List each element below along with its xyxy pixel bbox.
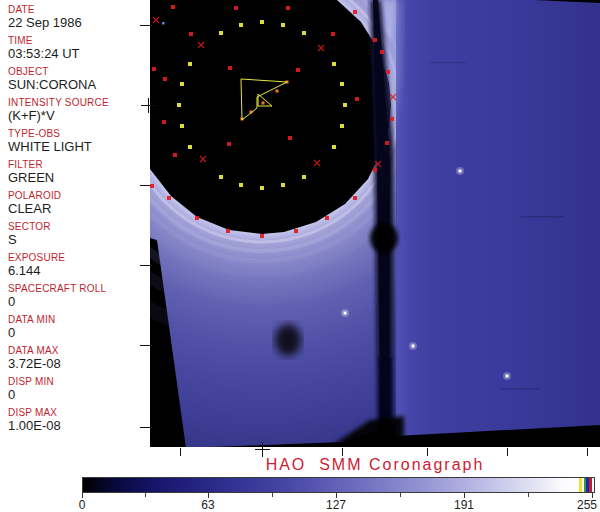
red-fiducial-dot bbox=[288, 136, 292, 140]
yellow-fiducial-dot bbox=[180, 82, 184, 86]
yellow-fiducial-dot bbox=[239, 183, 243, 187]
colorbar-axis: 063127191255 bbox=[82, 493, 595, 512]
metadata-item: TIME03:53:24 UT bbox=[8, 35, 150, 61]
red-fiducial-dot bbox=[390, 117, 394, 121]
red-fiducial-dot bbox=[331, 32, 335, 36]
pylon-occulter-blob bbox=[370, 223, 398, 253]
metadata-label: POLAROID bbox=[8, 190, 150, 201]
yellow-fiducial-dot bbox=[302, 31, 306, 35]
colorbar-tick-label: 191 bbox=[454, 498, 474, 512]
blue-speck bbox=[162, 22, 165, 25]
red-fiducial-dot bbox=[353, 10, 357, 14]
orange-vertex-dot bbox=[262, 102, 265, 105]
colorbar-tick-label: 0 bbox=[79, 498, 86, 512]
orange-vertex-dot bbox=[276, 90, 279, 93]
metadata-value: 6.144 bbox=[8, 263, 150, 278]
star-speck bbox=[412, 345, 415, 348]
metadata-label: SPACECRAFT ROLL bbox=[8, 283, 150, 294]
intensity-colorbar bbox=[82, 477, 595, 493]
yellow-fiducial-dot bbox=[281, 183, 285, 187]
yellow-fiducial-dot bbox=[180, 124, 184, 128]
calibration-stripe bbox=[579, 478, 582, 492]
yellow-fiducial-dot bbox=[343, 103, 347, 107]
red-fiducial-dot bbox=[163, 77, 167, 81]
sun-center-cross bbox=[148, 98, 149, 113]
metadata-label: DATA MAX bbox=[8, 345, 150, 356]
red-fiducial-dot bbox=[226, 229, 230, 233]
metadata-value: (K+F)*V bbox=[8, 108, 150, 123]
metadata-item: TYPE-OBSWHITE LIGHT bbox=[8, 128, 150, 154]
red-fiducial-dot bbox=[152, 67, 156, 71]
red-fiducial-dot bbox=[380, 50, 384, 54]
red-fiducial-dot bbox=[294, 229, 298, 233]
axis-tick-bottom bbox=[427, 448, 428, 456]
axis-tick-bottom bbox=[342, 448, 343, 456]
red-fiducial-dot bbox=[227, 142, 231, 146]
red-fiducial-dot bbox=[189, 32, 193, 36]
colorbar-tick-minor bbox=[400, 493, 401, 497]
metadata-value: 22 Sep 1986 bbox=[8, 15, 150, 30]
red-fiducial-dot bbox=[325, 216, 329, 220]
metadata-item: DATE22 Sep 1986 bbox=[8, 4, 150, 30]
axis-tick-left bbox=[140, 25, 150, 26]
metadata-panel: DATE22 Sep 1986TIME03:53:24 UTOBJECTSUN:… bbox=[0, 0, 150, 447]
red-fiducial-dot bbox=[286, 6, 290, 10]
yellow-fiducial-dot bbox=[340, 82, 344, 86]
metadata-label: DISP MAX bbox=[8, 407, 150, 418]
axis-tick-left bbox=[140, 265, 150, 266]
metadata-value: 0 bbox=[8, 325, 150, 340]
metadata-value: CLEAR bbox=[8, 201, 150, 216]
image-title: HAO SMM Coronagraph bbox=[150, 456, 600, 474]
star-speck bbox=[344, 312, 347, 315]
metadata-label: DISP MIN bbox=[8, 376, 150, 387]
metadata-label: TYPE-OBS bbox=[8, 128, 150, 139]
yellow-fiducial-dot bbox=[260, 20, 264, 24]
metadata-item: EXPOSURE6.144 bbox=[8, 252, 150, 278]
yellow-fiducial-dot bbox=[281, 23, 285, 27]
metadata-item: DATA MIN0 bbox=[8, 314, 150, 340]
red-fiducial-dot bbox=[195, 216, 199, 220]
metadata-item: FILTERGREEN bbox=[8, 159, 150, 185]
metadata-value: 3.72E-08 bbox=[8, 356, 150, 371]
red-fiducial-dot bbox=[385, 141, 389, 145]
axis-tick-bottom bbox=[507, 448, 508, 456]
red-fiducial-dot bbox=[355, 97, 359, 101]
yellow-fiducial-dot bbox=[219, 31, 223, 35]
metadata-value: S bbox=[8, 232, 150, 247]
metadata-label: FILTER bbox=[8, 159, 150, 170]
metadata-item: SECTORS bbox=[8, 221, 150, 247]
axis-tick-left bbox=[140, 345, 150, 346]
red-fiducial-dot bbox=[171, 5, 175, 9]
metadata-item: DISP MIN0 bbox=[8, 376, 150, 402]
coronagraph-svg bbox=[150, 0, 600, 447]
coronagraph-viewer: DATE22 Sep 1986TIME03:53:24 UTOBJECTSUN:… bbox=[0, 0, 600, 512]
metadata-item: OBJECTSUN:CORONA bbox=[8, 66, 150, 92]
colorbar-tick-minor bbox=[145, 493, 146, 497]
metadata-label: EXPOSURE bbox=[8, 252, 150, 263]
yellow-fiducial-dot bbox=[219, 175, 223, 179]
metadata-label: TIME bbox=[8, 35, 150, 46]
metadata-item: DISP MAX1.00E-08 bbox=[8, 407, 150, 433]
metadata-value: 1.00E-08 bbox=[8, 418, 150, 433]
yellow-fiducial-dot bbox=[188, 62, 192, 66]
axis-tick-left bbox=[140, 185, 150, 186]
red-fiducial-dot bbox=[234, 6, 238, 10]
axis-tick-bottom bbox=[180, 448, 181, 456]
red-fiducial-dot bbox=[260, 234, 264, 238]
star-speck bbox=[506, 375, 509, 378]
colorbar-tick-label: 255 bbox=[577, 498, 597, 512]
colorbar-tick-label: 63 bbox=[201, 498, 214, 512]
red-fiducial-dot bbox=[373, 168, 377, 172]
yellow-fiducial-dot bbox=[239, 23, 243, 27]
colorbar-tick-label: 127 bbox=[326, 498, 346, 512]
metadata-value: 03:53:24 UT bbox=[8, 46, 150, 61]
red-fiducial-dot bbox=[373, 38, 377, 42]
red-fiducial-dot bbox=[162, 120, 166, 124]
coronagraph-image bbox=[150, 0, 600, 447]
red-fiducial-dot bbox=[167, 196, 171, 200]
yellow-fiducial-dot bbox=[260, 186, 264, 190]
metadata-label: DATA MIN bbox=[8, 314, 150, 325]
colorbar-tick-minor bbox=[272, 493, 273, 497]
metadata-item: POLAROIDCLEAR bbox=[8, 190, 150, 216]
yellow-fiducial-dot bbox=[188, 145, 192, 149]
